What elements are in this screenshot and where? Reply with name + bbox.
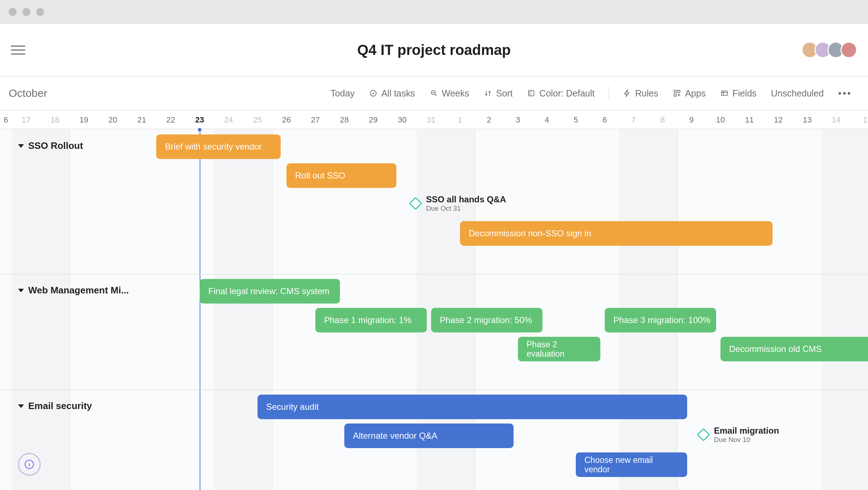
diamond-icon <box>409 197 422 210</box>
window-max-dot[interactable] <box>36 8 44 16</box>
date-column[interactable]: 23 <box>185 111 214 129</box>
today-line <box>200 129 200 490</box>
date-column[interactable]: 5 <box>561 111 590 129</box>
date-column[interactable]: 31 <box>417 111 446 129</box>
date-column[interactable]: 1 <box>851 111 868 129</box>
unscheduled-button[interactable]: Unscheduled <box>764 84 831 103</box>
more-button[interactable]: ••• <box>831 84 859 103</box>
date-column[interactable]: 24 <box>214 111 243 129</box>
date-column[interactable]: 14 <box>822 111 851 129</box>
date-column[interactable]: 10 <box>706 111 735 129</box>
task-bar[interactable]: Security audit <box>258 395 687 419</box>
section-name: SSO Rollout <box>28 140 83 151</box>
window-min-dot[interactable] <box>22 8 30 16</box>
sort-button[interactable]: Sort <box>476 84 520 103</box>
section-header[interactable]: Email security <box>0 392 92 418</box>
date-column[interactable]: 13 <box>793 111 822 129</box>
date-column[interactable]: 28 <box>330 111 359 129</box>
more-icon: ••• <box>838 88 852 99</box>
date-column[interactable]: 27 <box>301 111 330 129</box>
date-column[interactable]: 6 <box>590 111 619 129</box>
task-bar[interactable]: Phase 2 evaluation <box>518 337 600 361</box>
checkmark-circle-icon <box>369 89 378 98</box>
apps-button[interactable]: Apps <box>665 84 713 103</box>
date-column[interactable]: 1 <box>446 111 475 129</box>
date-column[interactable]: 17 <box>12 111 41 129</box>
task-label: Phase 2 evaluation <box>527 340 592 359</box>
svg-rect-6 <box>674 94 676 96</box>
unscheduled-label: Unscheduled <box>771 88 824 99</box>
task-label: Choose new email vendor <box>584 455 678 474</box>
color-icon <box>527 89 536 98</box>
date-column[interactable]: 26 <box>272 111 301 129</box>
weeks-label: Weeks <box>442 88 469 99</box>
menu-toggle[interactable] <box>11 43 25 57</box>
date-column[interactable]: 11 <box>735 111 764 129</box>
timeline[interactable]: 6171819202122232425262728293031123456789… <box>0 111 868 490</box>
section-name: Web Management Mi... <box>28 285 129 296</box>
fields-button[interactable]: Fields <box>713 84 764 103</box>
collaborator-avatars[interactable] <box>805 42 857 58</box>
task-bar[interactable]: Decommission non-SSO sign in <box>460 221 773 246</box>
date-column[interactable]: 22 <box>156 111 185 129</box>
filter-all-tasks[interactable]: All tasks <box>362 84 422 103</box>
svg-rect-5 <box>678 90 680 93</box>
date-column[interactable]: 18 <box>41 111 69 129</box>
date-column[interactable]: 7 <box>619 111 648 129</box>
date-column[interactable]: 21 <box>127 111 156 129</box>
date-column[interactable]: 2 <box>475 111 503 129</box>
milestone[interactable]: Email migrationDue Nov 10 <box>699 426 779 444</box>
info-fab[interactable] <box>18 453 41 476</box>
svg-rect-3 <box>529 91 531 96</box>
window-titlebar <box>0 0 868 24</box>
task-bar[interactable]: Phase 2 migration: 50% <box>431 308 542 332</box>
task-bar[interactable]: Final legal review: CMS system <box>200 279 340 304</box>
task-label: Decommission old CMS <box>729 344 822 354</box>
timeline-toolbar: October Today All tasks Weeks Sort Color… <box>0 77 868 111</box>
month-label: October <box>9 87 47 99</box>
task-bar[interactable]: Alternate vendor Q&A <box>344 424 514 448</box>
date-column[interactable]: 19 <box>69 111 98 129</box>
sort-label: Sort <box>496 88 512 99</box>
section-header[interactable]: Web Management Mi... <box>0 277 129 302</box>
date-column[interactable]: 9 <box>677 111 706 129</box>
date-column[interactable]: 3 <box>503 111 532 129</box>
color-button[interactable]: Color: Default <box>520 84 602 103</box>
task-bar[interactable]: Brief with security vendor <box>156 134 281 159</box>
window-close-dot[interactable] <box>9 8 17 16</box>
date-column[interactable]: 4 <box>532 111 561 129</box>
svg-rect-4 <box>674 90 676 93</box>
task-bar[interactable]: Phase 1 migration: 1% <box>315 308 427 332</box>
toolbar-separator <box>608 86 609 100</box>
apps-label: Apps <box>685 88 706 99</box>
task-bar[interactable]: Phase 3 migration: 100% <box>605 308 716 332</box>
task-label: Phase 3 migration: 100% <box>613 315 710 325</box>
caret-down-icon <box>18 404 24 408</box>
svg-point-0 <box>370 90 376 96</box>
fields-label: Fields <box>732 88 757 99</box>
milestone[interactable]: SSO all hands Q&ADue Oct 31 <box>411 194 506 212</box>
date-column[interactable]: 20 <box>98 111 127 129</box>
date-column[interactable]: 8 <box>648 111 677 129</box>
section-header[interactable]: SSO Rollout <box>0 132 83 158</box>
date-column[interactable]: 30 <box>388 111 417 129</box>
date-column[interactable]: 12 <box>764 111 793 129</box>
zoom-weeks[interactable]: Weeks <box>422 84 477 103</box>
zoom-icon <box>430 89 438 98</box>
task-bar[interactable]: Roll out SSO <box>286 163 396 188</box>
lightning-icon <box>623 89 631 98</box>
all-tasks-label: All tasks <box>381 88 415 99</box>
date-column[interactable]: 25 <box>243 111 272 129</box>
avatar[interactable] <box>841 42 857 58</box>
caret-down-icon <box>18 144 24 148</box>
date-column[interactable]: 6 <box>0 111 12 129</box>
rules-button[interactable]: Rules <box>616 84 665 103</box>
task-bar[interactable]: Choose new email vendor <box>576 452 687 477</box>
task-bar[interactable]: Decommission old CMS <box>720 337 868 361</box>
caret-down-icon <box>18 289 24 292</box>
section-divider <box>0 390 868 390</box>
task-label: Roll out SSO <box>295 171 345 181</box>
today-button[interactable]: Today <box>323 84 362 103</box>
fields-icon <box>720 89 729 98</box>
date-column[interactable]: 29 <box>359 111 388 129</box>
